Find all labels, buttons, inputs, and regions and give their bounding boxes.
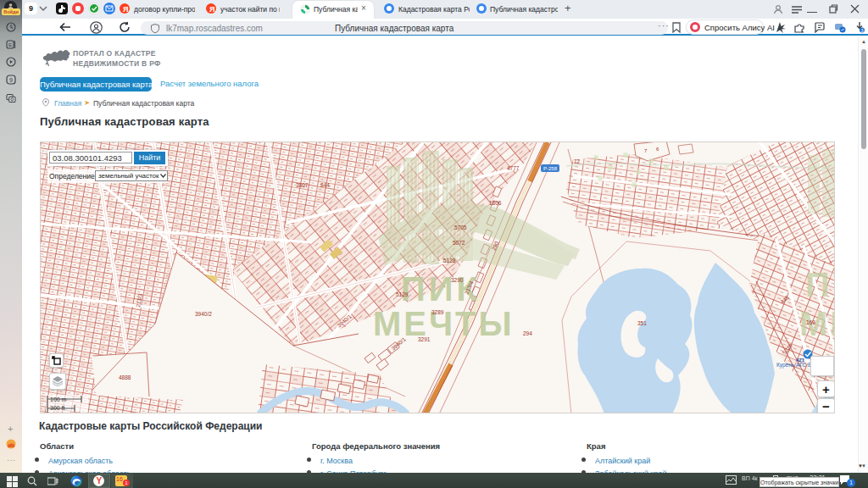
- svg-text:4888: 4888: [119, 374, 131, 380]
- svg-text:421: 421: [796, 358, 805, 363]
- svg-text:5072: 5072: [453, 240, 465, 246]
- svg-text:4777: 4777: [507, 165, 520, 171]
- svg-text:5705: 5705: [454, 225, 467, 230]
- svg-text:Р-258: Р-258: [543, 166, 558, 171]
- svg-text:1806: 1806: [489, 200, 502, 206]
- svg-text:169: 169: [806, 319, 815, 325]
- svg-text:МЕЧТЫ: МЕЧТЫ: [799, 305, 835, 342]
- svg-text:Курень АГС БГ: Курень АГС БГ: [776, 362, 815, 369]
- svg-text:9: 9: [9, 77, 13, 83]
- svg-text:3940/2: 3940/2: [195, 311, 212, 317]
- svg-text:E: E: [8, 42, 12, 47]
- svg-text:ПИК: ПИК: [805, 266, 835, 303]
- svg-text:12: 12: [574, 158, 581, 164]
- svg-text:294: 294: [523, 330, 532, 336]
- svg-text:844: 844: [320, 182, 330, 188]
- svg-text:3291: 3291: [418, 336, 431, 342]
- svg-text:3807: 3807: [296, 182, 309, 188]
- svg-text:5128: 5128: [443, 258, 456, 263]
- svg-text:5129: 5129: [396, 291, 409, 297]
- svg-text:3289: 3289: [431, 309, 444, 315]
- svg-text:351: 351: [637, 320, 647, 326]
- svg-text:3290: 3290: [451, 277, 464, 283]
- svg-text:3: 3: [860, 28, 863, 33]
